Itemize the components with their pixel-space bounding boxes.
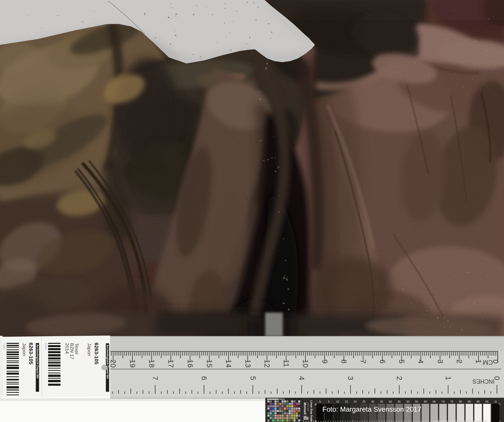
svg-text:Munsell: Munsell	[303, 402, 307, 414]
svg-text:Texel: Texel	[74, 343, 79, 354]
svg-text:14: 14	[225, 359, 233, 368]
svg-text:85: 85	[468, 400, 471, 403]
svg-text:INCHES: INCHES	[472, 378, 494, 385]
svg-text:BZN 17: BZN 17	[69, 343, 75, 359]
svg-text:55: 55	[415, 400, 418, 403]
svg-text:4: 4	[298, 376, 306, 380]
svg-text:G: G	[319, 400, 321, 403]
svg-text:8: 8	[340, 359, 348, 364]
svg-text:16: 16	[186, 359, 194, 368]
svg-text:3: 3	[436, 359, 444, 364]
svg-text:57963: 57963	[45, 343, 47, 349]
svg-text:3: 3	[346, 376, 355, 380]
svg-text:65: 65	[433, 400, 436, 403]
svg-text:2014: 2014	[65, 343, 70, 354]
svg-text:50: 50	[406, 400, 409, 403]
svg-text:5: 5	[398, 359, 406, 364]
svg-text:7: 7	[151, 376, 159, 380]
svg-text:15: 15	[205, 359, 213, 368]
svg-text:18: 18	[148, 359, 156, 368]
svg-text:10: 10	[301, 359, 309, 368]
svg-text:60: 60	[424, 400, 427, 403]
svg-text:6: 6	[200, 376, 208, 380]
svg-text:Foto: Margareta Svensson 2017: Foto: Margareta Svensson 2017	[322, 405, 421, 413]
svg-text:G: G	[495, 400, 497, 403]
svg-text:11: 11	[282, 359, 290, 367]
svg-text:90: 90	[477, 400, 480, 403]
svg-text:80: 80	[459, 400, 462, 403]
svg-text:7: 7	[359, 359, 367, 364]
svg-text:20: 20	[109, 359, 117, 368]
svg-text:19: 19	[129, 359, 137, 368]
svg-text:Designed in cooperation with i: Designed in cooperation with imagingetc.…	[434, 419, 487, 422]
svg-text:6263-105: 6263-105	[94, 343, 100, 365]
svg-text:1: 1	[475, 359, 483, 364]
svg-text:45: 45	[398, 400, 401, 403]
svg-text:4: 4	[417, 359, 425, 364]
svg-text:12: 12	[263, 359, 271, 368]
svg-text:17: 17	[167, 359, 175, 368]
svg-text:C O L O R: C O L O R	[307, 403, 309, 411]
svg-text:CM: CM	[483, 359, 493, 366]
svg-text:30: 30	[371, 400, 374, 403]
svg-text:70: 70	[442, 400, 445, 403]
svg-text:6263-105: 6263-105	[28, 343, 34, 365]
svg-text:5: 5	[249, 376, 257, 380]
svg-text:15: 15	[345, 400, 348, 403]
svg-text:13: 13	[244, 359, 252, 368]
svg-text:57963: 57963	[3, 343, 5, 350]
svg-text:20: 20	[354, 400, 357, 403]
svg-text:Japon: Japon	[87, 343, 92, 356]
svg-text:Archeologisch Depot NH: Archeologisch Depot NH	[36, 344, 39, 378]
svg-text:2: 2	[455, 359, 463, 364]
svg-text:Archeologisch Depot NH: Archeologisch Depot NH	[106, 345, 109, 379]
svg-text:2: 2	[395, 376, 403, 380]
svg-text:Japon: Japon	[22, 343, 27, 356]
svg-text:35: 35	[380, 400, 383, 403]
svg-text:5: 5	[328, 400, 330, 403]
svg-text:6: 6	[379, 359, 387, 364]
svg-text:40: 40	[389, 400, 392, 403]
svg-text:25: 25	[362, 400, 365, 403]
svg-text:Linear Gray Scale: Linear Gray Scale	[310, 400, 313, 422]
svg-text:10: 10	[336, 400, 339, 403]
svg-text:95: 95	[485, 400, 488, 403]
svg-text:9: 9	[321, 359, 329, 364]
svg-text:75: 75	[450, 400, 453, 403]
svg-text:1: 1	[444, 376, 452, 380]
